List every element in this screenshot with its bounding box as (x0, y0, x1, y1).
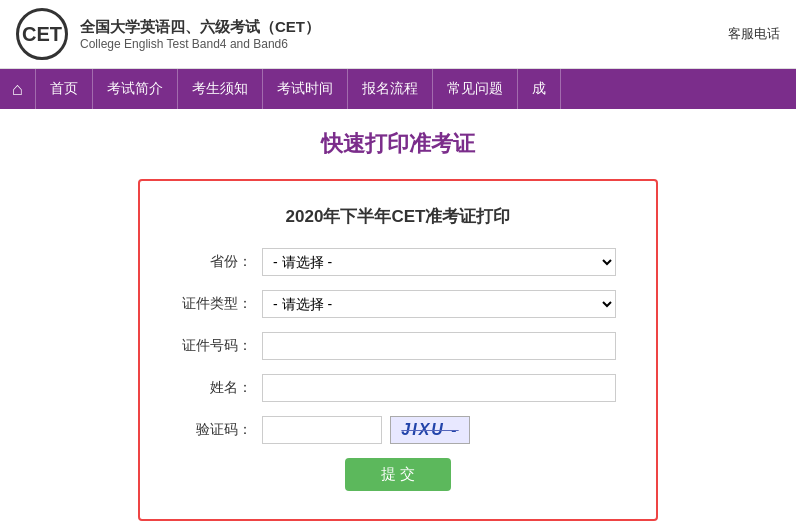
logo: CET (16, 8, 68, 60)
form-container: 2020年下半年CET准考证打印 省份： - 请选择 - 证件类型： - 请选择… (138, 179, 658, 521)
form-title: 2020年下半年CET准考证打印 (180, 205, 616, 228)
id-number-label: 证件号码： (180, 337, 252, 355)
nav-register-label: 报名流程 (362, 80, 418, 98)
submit-button[interactable]: 提 交 (345, 458, 451, 491)
id-type-select[interactable]: - 请选择 - (262, 290, 616, 318)
captcha-image-text: JIXU - (401, 421, 458, 439)
page-title: 快速打印准考证 (40, 129, 756, 159)
id-type-row: 证件类型： - 请选择 - (180, 290, 616, 318)
header: CET 全国大学英语四、六级考试（CET） College English Te… (0, 0, 796, 69)
submit-row: 提 交 (180, 458, 616, 491)
id-number-row: 证件号码： (180, 332, 616, 360)
nav-scores-label: 成 (532, 80, 546, 98)
province-select[interactable]: - 请选择 - (262, 248, 616, 276)
site-subtitle: College English Test Band4 and Band6 (80, 37, 320, 51)
id-type-label: 证件类型： (180, 295, 252, 313)
nav-notice-label: 考生须知 (192, 80, 248, 98)
nav-scores[interactable]: 成 (518, 69, 561, 109)
nav-schedule-label: 考试时间 (277, 80, 333, 98)
nav-home[interactable]: ⌂ (0, 69, 36, 109)
captcha-image[interactable]: JIXU - (390, 416, 470, 444)
name-label: 姓名： (180, 379, 252, 397)
name-input[interactable] (262, 374, 616, 402)
nav-register[interactable]: 报名流程 (348, 69, 433, 109)
captcha-label: 验证码： (180, 421, 252, 439)
nav-faq[interactable]: 常见问题 (433, 69, 518, 109)
nav-index[interactable]: 首页 (36, 69, 93, 109)
name-row: 姓名： (180, 374, 616, 402)
home-icon: ⌂ (12, 79, 23, 100)
nav-faq-label: 常见问题 (447, 80, 503, 98)
captcha-input[interactable] (262, 416, 382, 444)
navigation: ⌂ 首页 考试简介 考生须知 考试时间 报名流程 常见问题 成 (0, 69, 796, 109)
page-content: 快速打印准考证 2020年下半年CET准考证打印 省份： - 请选择 - 证件类… (0, 109, 796, 525)
province-row: 省份： - 请选择 - (180, 248, 616, 276)
nav-schedule[interactable]: 考试时间 (263, 69, 348, 109)
customer-service: 客服电话 (728, 25, 780, 43)
id-number-input[interactable] (262, 332, 616, 360)
nav-index-label: 首页 (50, 80, 78, 98)
logo-text: CET (22, 23, 62, 46)
province-label: 省份： (180, 253, 252, 271)
nav-intro[interactable]: 考试简介 (93, 69, 178, 109)
captcha-row: 验证码： JIXU - (180, 416, 616, 444)
nav-intro-label: 考试简介 (107, 80, 163, 98)
nav-notice[interactable]: 考生须知 (178, 69, 263, 109)
logo-text-block: 全国大学英语四、六级考试（CET） College English Test B… (80, 18, 320, 51)
site-title: 全国大学英语四、六级考试（CET） (80, 18, 320, 37)
